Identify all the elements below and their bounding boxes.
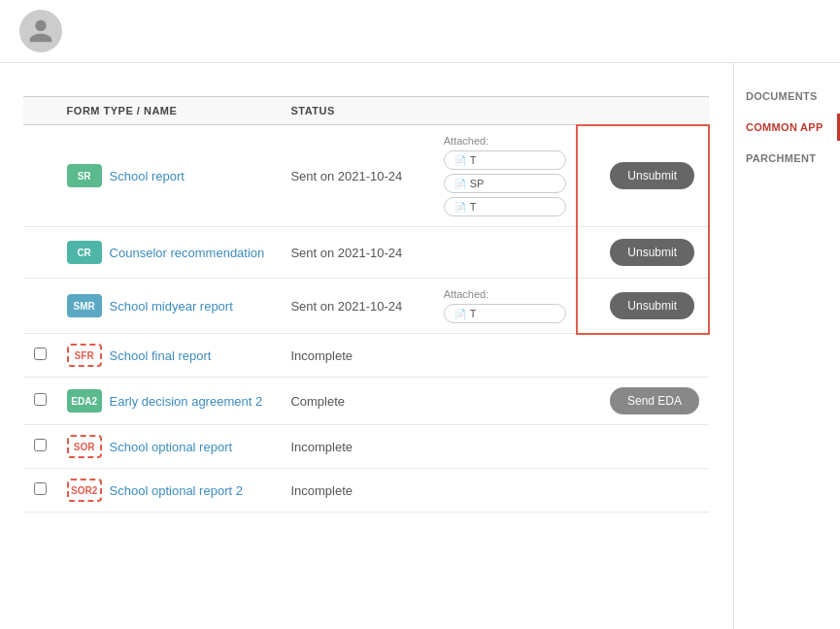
form-name-cell: EDA2Early decision agreement 2: [57, 378, 282, 425]
checkbox-cell: [23, 378, 57, 425]
table-row: SMRSchool midyear reportSent on 2021-10-…: [23, 279, 709, 334]
col-attached-header: [434, 97, 577, 125]
action-cell: [577, 334, 709, 378]
forms-table: FORM TYPE / NAME STATUS SRSchool reportS…: [23, 96, 710, 513]
table-row: SORSchool optional reportIncomplete: [23, 425, 709, 469]
action-cell: Unsubmit: [577, 227, 709, 279]
attachment-pill[interactable]: 📄T: [444, 304, 566, 323]
form-badge: SOR2: [67, 479, 102, 502]
status-text: Sent on 2021-10-24: [290, 169, 402, 183]
header: [0, 0, 840, 63]
form-name-cell: SOR2School optional report 2: [57, 469, 282, 513]
form-name-cell: CRCounselor recommendation: [57, 227, 282, 279]
form-badge: CR: [67, 241, 102, 264]
action-cell: Send EDA: [577, 378, 709, 425]
action-cell: Unsubmit: [577, 125, 709, 227]
status-cell: Sent on 2021-10-24: [281, 227, 433, 279]
form-name-link[interactable]: Counselor recommendation: [110, 246, 265, 260]
layout: FORM TYPE / NAME STATUS SRSchool reportS…: [0, 63, 840, 629]
col-checkbox-header: [23, 97, 57, 125]
attached-cell: [434, 469, 577, 513]
form-name-cell: SRSchool report: [57, 125, 282, 227]
attached-cell: [434, 378, 577, 425]
checkbox-cell: [23, 334, 57, 378]
form-badge: EDA2: [67, 389, 102, 413]
col-form-header: FORM TYPE / NAME: [57, 97, 282, 125]
file-icon: 📄: [454, 309, 466, 319]
attachment-pill[interactable]: 📄SP: [444, 174, 566, 193]
form-badge: SR: [67, 164, 102, 187]
action-cell: Unsubmit: [577, 279, 709, 334]
checkbox-cell: [23, 279, 57, 334]
status-cell: Incomplete: [281, 425, 433, 469]
checkbox-cell: [23, 425, 57, 469]
row-checkbox[interactable]: [34, 482, 47, 495]
pill-group: 📄T📄SP📄T: [444, 150, 566, 216]
row-checkbox[interactable]: [34, 439, 47, 451]
form-name-link[interactable]: School final report: [110, 348, 212, 363]
unsubmit-button[interactable]: Unsubmit: [610, 239, 694, 266]
status-cell: Incomplete: [281, 334, 433, 378]
col-action-header: [577, 97, 709, 125]
action-cell: [577, 425, 709, 469]
form-name-cell: SFRSchool final report: [57, 334, 282, 378]
form-name-link[interactable]: School optional report: [110, 440, 232, 454]
sidebar-item-parchment[interactable]: PARCHMENT: [734, 145, 840, 172]
status-cell: Sent on 2021-10-24: [281, 279, 433, 334]
checkbox-cell: [23, 125, 57, 227]
status-cell: Sent on 2021-10-24: [281, 125, 433, 227]
file-icon: 📄: [454, 202, 466, 213]
row-checkbox[interactable]: [34, 348, 47, 360]
section-header: [23, 83, 710, 88]
action-cell: [577, 469, 709, 513]
status-text: Sent on 2021-10-24: [290, 299, 402, 314]
status-cell: Complete: [281, 378, 433, 425]
checkbox-cell: [23, 227, 57, 279]
unsubmit-button[interactable]: Unsubmit: [610, 162, 694, 189]
status-text: Incomplete: [290, 348, 353, 363]
sidebar-item-common-app[interactable]: COMMON APP: [734, 114, 840, 141]
form-name-link[interactable]: School midyear report: [110, 299, 233, 314]
form-name-cell: SMRSchool midyear report: [57, 279, 282, 334]
table-row: CRCounselor recommendationSent on 2021-1…: [23, 227, 709, 279]
table-row: EDA2Early decision agreement 2CompleteSe…: [23, 378, 709, 425]
main-content: FORM TYPE / NAME STATUS SRSchool reportS…: [0, 63, 733, 629]
checkbox-cell: [23, 469, 57, 513]
sidebar: DOCUMENTS COMMON APP PARCHMENT: [733, 63, 840, 629]
attached-cell: [434, 334, 577, 378]
form-name-cell: SORSchool optional report: [57, 425, 282, 469]
sidebar-item-documents[interactable]: DOCUMENTS: [734, 83, 840, 110]
attachment-pill[interactable]: 📄T: [444, 197, 566, 216]
form-name-link[interactable]: Early decision agreement 2: [110, 394, 263, 409]
form-name-link[interactable]: School report: [110, 169, 185, 183]
unsubmit-button[interactable]: Unsubmit: [610, 292, 694, 319]
form-name-link[interactable]: School optional report 2: [110, 483, 243, 498]
status-text: Complete: [290, 394, 345, 409]
row-checkbox[interactable]: [34, 393, 47, 406]
attached-label: Attached:: [444, 135, 566, 147]
file-icon: 📄: [454, 179, 466, 189]
table-row: SRSchool reportSent on 2021-10-24Attache…: [23, 125, 709, 227]
form-badge: SMR: [67, 294, 102, 317]
pill-group: 📄T: [444, 304, 566, 323]
form-badge: SOR: [67, 435, 102, 458]
attachment-pill[interactable]: 📄T: [444, 150, 566, 170]
status-text: Incomplete: [290, 483, 353, 498]
form-badge: SFR: [67, 344, 102, 367]
user-icon: [27, 17, 54, 45]
table-row: SOR2School optional report 2Incomplete: [23, 469, 709, 513]
table-row: SFRSchool final reportIncomplete: [23, 334, 709, 378]
send-eda-button[interactable]: Send EDA: [610, 387, 699, 414]
avatar: [19, 10, 62, 52]
attached-label: Attached:: [444, 288, 566, 300]
col-status-header: STATUS: [281, 97, 433, 125]
attached-cell: [434, 425, 577, 469]
attached-cell: Attached:📄T: [434, 279, 577, 334]
status-text: Sent on 2021-10-24: [290, 246, 402, 260]
file-icon: 📄: [454, 155, 466, 166]
status-text: Incomplete: [290, 440, 353, 454]
status-cell: Incomplete: [281, 469, 433, 513]
attached-cell: Attached:📄T📄SP📄T: [434, 125, 577, 227]
attached-cell: [434, 227, 577, 279]
